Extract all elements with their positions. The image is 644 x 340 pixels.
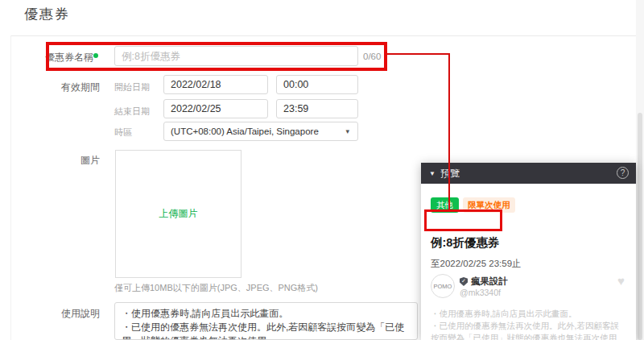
- instructions-textarea[interactable]: ・使用優惠券時,請向店員出示此畫面。 ・已使用的優惠券無法再次使用。此外,若因顧…: [114, 302, 418, 340]
- timezone-label: 時區: [114, 126, 132, 139]
- preview-panel: ▼ 預覽 ? 其他 限單次使用 例:8折優惠券 至2022/02/25 23:5…: [421, 163, 636, 340]
- verified-shield-icon: ✓: [460, 277, 468, 286]
- usage-limit-badge: 限單次使用: [463, 197, 515, 213]
- coupon-name-input[interactable]: [114, 46, 358, 66]
- account-handle: @mk3340f: [460, 288, 501, 297]
- start-time-input[interactable]: [276, 75, 358, 94]
- image-upload-hint: 僅可上傳10MB以下的圖片(JPG、JPEG、PNG格式): [114, 282, 318, 294]
- char-counter: 0/60: [363, 52, 381, 61]
- account-name: 瘋果設計: [471, 276, 508, 288]
- timezone-value: (UTC+08:00) Asia/Taipei, Singapore: [171, 126, 319, 136]
- preview-note-line: ・使用優惠券時,請向店員出示此畫面。: [431, 308, 626, 320]
- required-dot-icon: [93, 53, 98, 58]
- timezone-select[interactable]: (UTC+08:00) Asia/Taipei, Singapore ▾: [163, 122, 358, 141]
- coupon-type-badge: 其他: [431, 197, 459, 213]
- preview-coupon-title: 例:8折優惠券: [431, 235, 499, 251]
- annotation-connector-horizontal: [387, 53, 450, 55]
- preview-expiry-text: 至2022/02/25 23:59止: [431, 258, 522, 270]
- avatar: POMO: [431, 274, 455, 298]
- end-date-input[interactable]: [163, 99, 268, 118]
- coupon-create-page: 優惠券 優惠券名稱 0/60 有效期間 開始日期 結束日期 時區 (UTC+08…: [0, 0, 644, 340]
- start-date-label: 開始日期: [114, 81, 150, 93]
- end-time-input[interactable]: [276, 99, 358, 118]
- image-label: 圖片: [23, 154, 100, 168]
- coupon-name-label: 優惠券名稱: [16, 51, 93, 64]
- start-date-input[interactable]: [163, 75, 268, 94]
- page-title: 優惠券: [24, 5, 70, 23]
- left-divider: [10, 35, 11, 340]
- collapse-arrow-icon[interactable]: ▼: [429, 170, 436, 177]
- upload-image-button[interactable]: 上傳圖片: [159, 207, 198, 221]
- scrollbar-thumb[interactable]: [638, 113, 642, 340]
- preview-note-line: ・已使用的優惠券無法再次使用。此外,若因顧客誤按而變為「已使用」狀態的優惠券也無…: [431, 320, 626, 340]
- validity-label: 有效期間: [23, 81, 100, 94]
- image-upload-dropzone[interactable]: 上傳圖片: [115, 150, 242, 278]
- annotation-connector-vertical: [448, 53, 450, 211]
- instructions-label: 使用說明: [23, 307, 100, 321]
- help-icon[interactable]: ?: [617, 167, 629, 179]
- preview-notes: ・使用優惠券時,請向店員出示此畫面。 ・已使用的優惠券無法再次使用。此外,若因顧…: [431, 308, 626, 340]
- heart-icon[interactable]: ♥: [617, 274, 625, 288]
- end-date-label: 結束日期: [114, 106, 150, 118]
- preview-header[interactable]: ▼ 預覽 ?: [421, 163, 636, 184]
- preview-body: 其他 限單次使用 例:8折優惠券 至2022/02/25 23:59止 POMO…: [421, 184, 636, 340]
- top-divider: [11, 35, 636, 36]
- chevron-down-icon: ▾: [345, 122, 349, 140]
